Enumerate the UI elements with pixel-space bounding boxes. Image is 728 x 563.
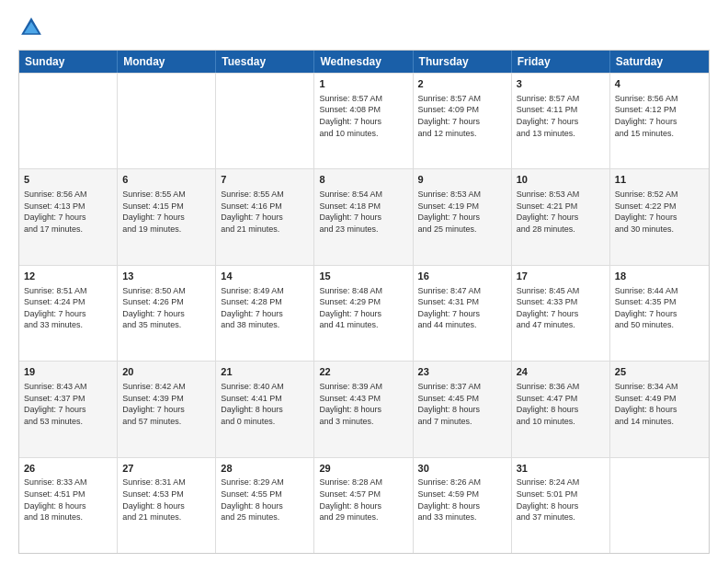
header-day-saturday: Saturday <box>610 51 709 73</box>
page: SundayMondayTuesdayWednesdayThursdayFrid… <box>0 0 728 563</box>
cal-cell: 17Sunrise: 8:45 AM Sunset: 4:33 PM Dayli… <box>512 266 610 361</box>
day-number: 9 <box>418 173 506 187</box>
day-number: 7 <box>221 173 309 187</box>
day-number: 18 <box>615 270 704 283</box>
day-number: 31 <box>517 462 605 476</box>
day-number: 21 <box>221 365 309 379</box>
day-number: 15 <box>319 270 407 283</box>
day-number: 29 <box>319 462 407 476</box>
calendar: SundayMondayTuesdayWednesdayThursdayFrid… <box>18 50 710 554</box>
cal-cell: 7Sunrise: 8:55 AM Sunset: 4:16 PM Daylig… <box>216 169 314 264</box>
day-number: 10 <box>517 173 605 187</box>
cal-cell: 31Sunrise: 8:24 AM Sunset: 5:01 PM Dayli… <box>512 458 610 553</box>
day-number: 17 <box>517 270 605 283</box>
day-number: 12 <box>24 270 112 283</box>
day-number: 23 <box>418 365 506 379</box>
cell-text: Sunrise: 8:24 AM Sunset: 5:01 PM Dayligh… <box>517 477 605 523</box>
cal-cell <box>19 74 118 168</box>
day-number: 11 <box>615 173 704 187</box>
cell-text: Sunrise: 8:36 AM Sunset: 4:47 PM Dayligh… <box>517 381 605 427</box>
day-number: 5 <box>24 173 112 187</box>
cal-cell: 3Sunrise: 8:57 AM Sunset: 4:11 PM Daylig… <box>512 74 610 168</box>
cal-cell: 18Sunrise: 8:44 AM Sunset: 4:35 PM Dayli… <box>610 266 709 361</box>
cell-text: Sunrise: 8:40 AM Sunset: 4:41 PM Dayligh… <box>221 381 309 427</box>
cell-text: Sunrise: 8:48 AM Sunset: 4:29 PM Dayligh… <box>319 285 407 331</box>
logo <box>18 15 48 40</box>
cell-text: Sunrise: 8:56 AM Sunset: 4:13 PM Dayligh… <box>24 189 112 235</box>
cal-cell <box>216 74 314 168</box>
day-number: 27 <box>122 462 210 476</box>
cell-text: Sunrise: 8:57 AM Sunset: 4:11 PM Dayligh… <box>517 93 605 139</box>
cell-text: Sunrise: 8:42 AM Sunset: 4:39 PM Dayligh… <box>122 381 210 427</box>
header <box>18 15 710 40</box>
day-number: 30 <box>418 462 506 476</box>
header-day-sunday: Sunday <box>19 51 118 73</box>
cal-cell: 30Sunrise: 8:26 AM Sunset: 4:59 PM Dayli… <box>414 458 512 553</box>
header-day-thursday: Thursday <box>414 51 512 73</box>
cal-cell: 6Sunrise: 8:55 AM Sunset: 4:15 PM Daylig… <box>118 169 216 264</box>
logo-icon <box>18 15 44 40</box>
calendar-row-5: 26Sunrise: 8:33 AM Sunset: 4:51 PM Dayli… <box>19 457 709 553</box>
header-day-monday: Monday <box>118 51 216 73</box>
cell-text: Sunrise: 8:57 AM Sunset: 4:09 PM Dayligh… <box>418 93 506 139</box>
cal-cell: 26Sunrise: 8:33 AM Sunset: 4:51 PM Dayli… <box>19 458 118 553</box>
cell-text: Sunrise: 8:44 AM Sunset: 4:35 PM Dayligh… <box>615 285 704 331</box>
cell-text: Sunrise: 8:31 AM Sunset: 4:53 PM Dayligh… <box>122 477 210 523</box>
calendar-header: SundayMondayTuesdayWednesdayThursdayFrid… <box>19 51 709 73</box>
cell-text: Sunrise: 8:50 AM Sunset: 4:26 PM Dayligh… <box>122 285 210 331</box>
cal-cell: 28Sunrise: 8:29 AM Sunset: 4:55 PM Dayli… <box>216 458 314 553</box>
cal-cell: 9Sunrise: 8:53 AM Sunset: 4:19 PM Daylig… <box>414 169 512 264</box>
day-number: 13 <box>122 270 210 283</box>
day-number: 4 <box>615 77 704 91</box>
cell-text: Sunrise: 8:37 AM Sunset: 4:45 PM Dayligh… <box>418 381 506 427</box>
day-number: 1 <box>319 77 407 91</box>
cal-cell: 2Sunrise: 8:57 AM Sunset: 4:09 PM Daylig… <box>414 74 512 168</box>
cal-cell: 14Sunrise: 8:49 AM Sunset: 4:28 PM Dayli… <box>216 266 314 361</box>
cal-cell: 8Sunrise: 8:54 AM Sunset: 4:18 PM Daylig… <box>314 169 413 264</box>
day-number: 26 <box>24 462 112 476</box>
calendar-row-3: 12Sunrise: 8:51 AM Sunset: 4:24 PM Dayli… <box>19 265 709 361</box>
cal-cell <box>118 74 216 168</box>
day-number: 24 <box>517 365 605 379</box>
day-number: 8 <box>319 173 407 187</box>
cal-cell: 19Sunrise: 8:43 AM Sunset: 4:37 PM Dayli… <box>19 362 118 456</box>
cell-text: Sunrise: 8:43 AM Sunset: 4:37 PM Dayligh… <box>24 381 112 427</box>
cell-text: Sunrise: 8:55 AM Sunset: 4:16 PM Dayligh… <box>221 189 309 235</box>
cal-cell: 16Sunrise: 8:47 AM Sunset: 4:31 PM Dayli… <box>414 266 512 361</box>
cal-cell: 5Sunrise: 8:56 AM Sunset: 4:13 PM Daylig… <box>19 169 118 264</box>
day-number: 22 <box>319 365 407 379</box>
day-number: 19 <box>24 365 112 379</box>
day-number: 2 <box>418 77 506 91</box>
day-number: 28 <box>221 462 309 476</box>
header-day-tuesday: Tuesday <box>216 51 314 73</box>
day-number: 25 <box>615 365 704 379</box>
cal-cell: 27Sunrise: 8:31 AM Sunset: 4:53 PM Dayli… <box>118 458 216 553</box>
cal-cell: 21Sunrise: 8:40 AM Sunset: 4:41 PM Dayli… <box>216 362 314 456</box>
cal-cell: 11Sunrise: 8:52 AM Sunset: 4:22 PM Dayli… <box>610 169 709 264</box>
cell-text: Sunrise: 8:52 AM Sunset: 4:22 PM Dayligh… <box>615 189 704 235</box>
calendar-row-2: 5Sunrise: 8:56 AM Sunset: 4:13 PM Daylig… <box>19 168 709 264</box>
cal-cell: 10Sunrise: 8:53 AM Sunset: 4:21 PM Dayli… <box>512 169 610 264</box>
cell-text: Sunrise: 8:53 AM Sunset: 4:19 PM Dayligh… <box>418 189 506 235</box>
cell-text: Sunrise: 8:47 AM Sunset: 4:31 PM Dayligh… <box>418 285 506 331</box>
cell-text: Sunrise: 8:29 AM Sunset: 4:55 PM Dayligh… <box>221 477 309 523</box>
cell-text: Sunrise: 8:54 AM Sunset: 4:18 PM Dayligh… <box>319 189 407 235</box>
calendar-row-4: 19Sunrise: 8:43 AM Sunset: 4:37 PM Dayli… <box>19 361 709 456</box>
cell-text: Sunrise: 8:34 AM Sunset: 4:49 PM Dayligh… <box>615 381 704 427</box>
cell-text: Sunrise: 8:33 AM Sunset: 4:51 PM Dayligh… <box>24 477 112 523</box>
cal-cell: 12Sunrise: 8:51 AM Sunset: 4:24 PM Dayli… <box>19 266 118 361</box>
day-number: 16 <box>418 270 506 283</box>
cal-cell <box>610 458 709 553</box>
cal-cell: 25Sunrise: 8:34 AM Sunset: 4:49 PM Dayli… <box>610 362 709 456</box>
cell-text: Sunrise: 8:53 AM Sunset: 4:21 PM Dayligh… <box>517 189 605 235</box>
calendar-body: 1Sunrise: 8:57 AM Sunset: 4:08 PM Daylig… <box>19 73 709 553</box>
cal-cell: 15Sunrise: 8:48 AM Sunset: 4:29 PM Dayli… <box>314 266 413 361</box>
day-number: 14 <box>221 270 309 283</box>
cal-cell: 4Sunrise: 8:56 AM Sunset: 4:12 PM Daylig… <box>610 74 709 168</box>
cal-cell: 22Sunrise: 8:39 AM Sunset: 4:43 PM Dayli… <box>314 362 413 456</box>
calendar-row-1: 1Sunrise: 8:57 AM Sunset: 4:08 PM Daylig… <box>19 73 709 168</box>
cell-text: Sunrise: 8:56 AM Sunset: 4:12 PM Dayligh… <box>615 93 704 139</box>
day-number: 6 <box>122 173 210 187</box>
cal-cell: 13Sunrise: 8:50 AM Sunset: 4:26 PM Dayli… <box>118 266 216 361</box>
cell-text: Sunrise: 8:55 AM Sunset: 4:15 PM Dayligh… <box>122 189 210 235</box>
